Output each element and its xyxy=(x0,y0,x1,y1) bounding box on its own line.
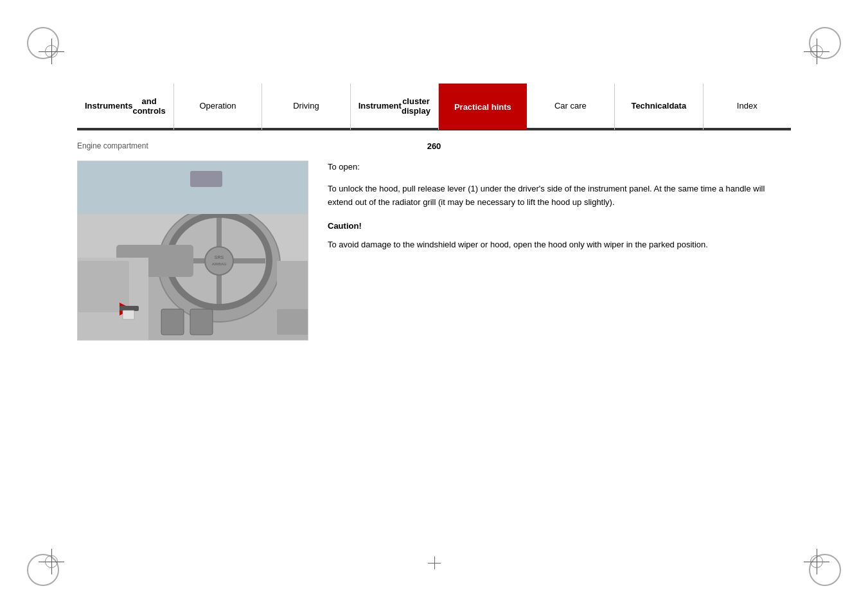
mid-bottom-cross xyxy=(428,556,441,569)
breadcrumb: Engine compartment xyxy=(77,141,148,150)
nav-item-driving[interactable]: Driving xyxy=(262,84,350,130)
nav-item-practical-hints[interactable]: Practical hints xyxy=(439,84,526,130)
content-area: Engine compartment 260 SRS AIRBAG xyxy=(77,141,791,549)
text-content: To open: To unlock the hood, pull releas… xyxy=(328,161,791,252)
reg-mark-tl xyxy=(39,39,64,64)
svg-text:SRS: SRS xyxy=(215,255,224,260)
svg-rect-12 xyxy=(161,309,184,335)
navigation-bar: Instrumentsand controlsOperationDrivingI… xyxy=(77,84,791,130)
caution-label: Caution! xyxy=(328,220,791,233)
body-text: To unlock the hood, pull release lever (… xyxy=(328,182,791,209)
nav-item-index[interactable]: Index xyxy=(704,84,791,130)
svg-rect-22 xyxy=(277,309,308,335)
nav-item-car-care[interactable]: Car care xyxy=(527,84,614,130)
svg-rect-19 xyxy=(78,161,308,214)
caution-text: To avoid damage to the windshield wiper … xyxy=(328,238,791,251)
svg-rect-20 xyxy=(190,171,222,187)
nav-item-instrument-cluster-display[interactable]: Instrumentcluster display xyxy=(351,84,438,130)
to-open-label: To open: xyxy=(328,161,791,174)
nav-bottom-line xyxy=(77,130,791,130)
nav-item-technical-data[interactable]: Technicaldata xyxy=(615,84,702,130)
engine-compartment-image: SRS AIRBAG xyxy=(77,161,308,341)
reg-mark-tr xyxy=(804,39,829,64)
page-number: 260 xyxy=(427,141,441,151)
reg-mark-br xyxy=(804,549,829,574)
svg-text:AIRBAG: AIRBAG xyxy=(212,262,227,266)
svg-rect-18 xyxy=(123,310,134,319)
reg-mark-bl xyxy=(39,549,64,574)
nav-item-operation[interactable]: Operation xyxy=(174,84,261,130)
svg-rect-13 xyxy=(190,309,213,335)
nav-item-instruments-and-controls[interactable]: Instrumentsand controls xyxy=(77,84,173,130)
svg-point-7 xyxy=(205,247,233,275)
